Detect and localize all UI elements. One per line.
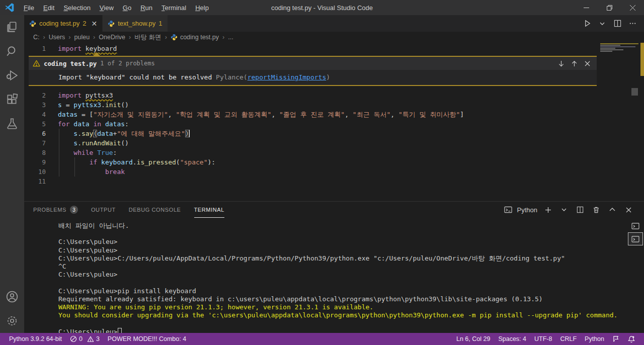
run-debug-icon[interactable] [0, 63, 24, 88]
breadcrumb-item[interactable]: C: [33, 34, 40, 41]
menu-item-go[interactable]: Go [118, 0, 136, 15]
python-file-icon [171, 34, 178, 41]
minimap[interactable] [600, 43, 639, 58]
terminal-line: C:\Users\puleu> [58, 246, 644, 254]
line-number: 8 [24, 148, 58, 157]
bottom-panel: PROBLEMS3OUTPUTDEBUG CONSOLETERMINAL Pyt… [24, 201, 644, 333]
menu-item-selection[interactable]: Selection [59, 0, 95, 15]
previous-problem-button[interactable] [569, 58, 580, 69]
breadcrumb-item[interactable]: Users [40, 34, 65, 41]
errors-icon [70, 335, 77, 342]
breadcrumb-item[interactable]: puleu [65, 34, 90, 41]
breadcrumb-item[interactable]: 바탕 화면 [125, 33, 162, 42]
line-number: 5 [24, 119, 58, 129]
code-line: 10 break [24, 167, 644, 177]
close-tab-icon[interactable]: ✕ [91, 20, 97, 28]
vscode-logo-icon [5, 3, 14, 12]
code-line-text: import keyboard [58, 44, 117, 53]
status-encoding[interactable]: UTF-8 [530, 333, 556, 345]
problem-code-link[interactable]: reportMissingImports [248, 73, 327, 81]
new-terminal-button[interactable] [541, 203, 554, 216]
line-number: 9 [24, 157, 58, 167]
close-window-button[interactable] [621, 0, 644, 15]
minimize-button[interactable] [575, 0, 598, 15]
status-eol[interactable]: CRLF [556, 333, 581, 345]
tab-text_show-py[interactable]: text_show.py1 [103, 15, 168, 32]
status-feedback[interactable] [608, 333, 624, 345]
search-icon[interactable] [0, 39, 24, 63]
more-actions-button[interactable] [626, 17, 639, 30]
menu-item-help[interactable]: Help [191, 0, 213, 15]
explorer-icon[interactable] [0, 15, 24, 39]
peek-anchor-icon [93, 52, 100, 56]
testing-icon[interactable] [0, 112, 24, 136]
kill-terminal-button[interactable] [590, 203, 603, 216]
menu-item-edit[interactable]: Edit [39, 0, 59, 15]
status-notifications[interactable] [624, 333, 639, 345]
status-cursor-position[interactable]: Ln 6, Col 29 [452, 333, 494, 345]
code-line-text: for data in datas: [58, 119, 129, 129]
terminal-line [58, 230, 644, 238]
panel-tab-problems[interactable]: PROBLEMS3 [33, 202, 78, 218]
terminal-line [58, 319, 644, 327]
problem-message: Import "keyboard" could not be resolved [58, 73, 216, 81]
editor-scrollbar[interactable] [631, 88, 638, 96]
extensions-icon[interactable] [0, 88, 24, 112]
run-dropdown-chevron-icon[interactable] [596, 17, 609, 30]
status-python-interpreter[interactable]: Python 3.9.2 64-bit [5, 333, 66, 345]
feedback-icon [612, 335, 620, 342]
close-peek-button[interactable] [582, 58, 593, 69]
terminal-dropdown-chevron-icon[interactable] [557, 203, 571, 216]
code-line: 11 [24, 177, 644, 186]
status-problems-summary[interactable]: 03 [66, 333, 104, 345]
terminal-instance-2[interactable] [628, 233, 642, 245]
menu-item-file[interactable]: File [19, 0, 39, 15]
peek-message-row[interactable]: Import "keyboard" could not be resolved … [29, 70, 597, 81]
indent-guide [59, 129, 59, 177]
code-line-text: s.runAndWait() [58, 138, 129, 148]
tab-bar: coding test.py2✕text_show.py1 [24, 15, 644, 32]
line-number: 3 [24, 100, 58, 110]
notifications-bell-icon [628, 335, 635, 343]
menu-item-view[interactable]: View [95, 0, 118, 15]
tab-problem-badge: 2 [83, 20, 86, 27]
account-icon[interactable] [0, 285, 24, 309]
code-line: 7 s.runAndWait() [24, 138, 644, 148]
split-editor-button[interactable] [611, 17, 624, 30]
terminal-instance-1[interactable] [628, 220, 642, 232]
panel-tab-output[interactable]: OUTPUT [91, 202, 116, 218]
problem-source: Pylance( [216, 73, 248, 81]
text-cursor [189, 130, 190, 137]
code-line-text: s.say(data+"에 대해 말해주세요") [58, 129, 190, 138]
code-editor[interactable]: 1import keyboard coding test.py 1 of 2 p… [24, 43, 644, 201]
split-terminal-button[interactable] [574, 203, 587, 216]
close-panel-button[interactable] [622, 203, 635, 216]
terminal-output[interactable]: 배치 파일이 아닙니다.C:\Users\puleu>C:\Users\pule… [24, 218, 644, 333]
menu-item-run[interactable]: Run [136, 0, 157, 15]
next-problem-button[interactable] [555, 58, 567, 69]
breadcrumb-item[interactable]: ... [219, 34, 233, 41]
status-power-mode[interactable]: POWER MODE!!! Combo: 4 [104, 333, 190, 345]
panel-tab-debug-console[interactable]: DEBUG CONSOLE [129, 202, 181, 218]
line-number: 1 [24, 44, 58, 53]
maximize-panel-button[interactable] [606, 203, 619, 216]
status-language-mode[interactable]: Python [581, 333, 608, 345]
menu-bar: FileEditSelectionViewGoRunTerminalHelp [19, 0, 213, 15]
breadcrumb-item[interactable]: coding test.py [162, 34, 219, 41]
settings-gear-icon[interactable] [0, 309, 24, 333]
restore-button[interactable] [598, 0, 621, 15]
run-button[interactable] [581, 17, 594, 30]
tab-coding-test-py[interactable]: coding test.py2✕ [24, 15, 103, 32]
title-bar: FileEditSelectionViewGoRunTerminalHelp c… [0, 0, 644, 15]
status-indentation[interactable]: Spaces: 4 [494, 333, 530, 345]
panel-actions: Python [504, 203, 635, 216]
breadcrumb: C:UserspuleuOneDrive바탕 화면coding test.py.… [24, 32, 644, 43]
terminal-line [58, 279, 644, 287]
panel-header: PROBLEMS3OUTPUTDEBUG CONSOLETERMINAL Pyt… [24, 202, 644, 218]
terminal-line: Requirement already satisfied: keyboard … [58, 295, 644, 303]
terminal-shell-label[interactable]: Python [517, 206, 537, 214]
menu-item-terminal[interactable]: Terminal [157, 0, 191, 15]
breadcrumb-item[interactable]: OneDrive [90, 34, 125, 41]
panel-tab-terminal[interactable]: TERMINAL [194, 202, 224, 218]
terminal-instance-list [628, 220, 642, 245]
